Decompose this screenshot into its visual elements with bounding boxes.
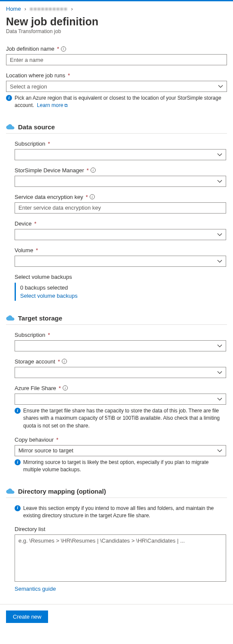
directory-list-textarea[interactable] (15, 534, 226, 582)
page-subtitle: Data Transformation job (6, 28, 227, 34)
info-icon: i (15, 505, 21, 511)
label-location: Location where job runs* (6, 72, 227, 79)
job-name-input[interactable] (6, 54, 227, 65)
learn-more-link[interactable]: Learn more⧉ (37, 102, 68, 108)
location-help-text: Pick an Azure region that is equivalent … (15, 95, 227, 110)
chevron-right-icon: › (24, 6, 26, 12)
chevron-down-icon (217, 397, 222, 402)
breadcrumb-resource[interactable]: ■■■■■■■■■■ (30, 6, 68, 12)
file-share-help: Ensure the target file share has the cap… (23, 407, 226, 430)
chevron-down-icon (218, 84, 223, 89)
ts-subscription-select[interactable] (15, 340, 226, 351)
chevron-down-icon (217, 152, 222, 157)
storage-account-select[interactable] (15, 367, 226, 378)
backups-status: 0 backups selected (20, 284, 226, 291)
copy-behaviour-help: Mirroring source to target is likely the… (23, 459, 226, 474)
info-icon[interactable]: i (61, 46, 66, 52)
label-volume: Volume* (15, 247, 226, 253)
semantics-guide-link[interactable]: Semantics guide (15, 586, 56, 592)
cloud-icon (6, 315, 15, 321)
location-placeholder: Select a region (10, 83, 47, 90)
info-icon[interactable]: i (90, 194, 95, 199)
device-select[interactable] (15, 229, 226, 240)
external-link-icon: ⧉ (64, 103, 68, 108)
label-encryption-key: Service data encryption key* i (15, 194, 226, 200)
encryption-key-input[interactable] (15, 202, 226, 214)
label-directory-list: Directory list (15, 526, 226, 532)
directory-mapping-help: Leave this section empty if you intend t… (23, 505, 226, 520)
ds-subscription-select[interactable] (15, 149, 226, 160)
chevron-down-icon (217, 343, 222, 348)
location-select[interactable]: Select a region (6, 81, 227, 92)
chevron-down-icon (217, 448, 222, 453)
section-header-data-source: Data source (6, 123, 227, 134)
chevron-down-icon (217, 259, 222, 264)
info-icon: i (15, 459, 21, 465)
chevron-down-icon (217, 232, 222, 237)
breadcrumb-home[interactable]: Home (6, 6, 21, 12)
file-share-select[interactable] (15, 394, 226, 405)
backup-block: 0 backups selected Select volume backups (15, 283, 226, 301)
copy-behaviour-select[interactable]: Mirror source to target (15, 445, 226, 456)
label-volume-backups: Select volume backups (15, 274, 226, 280)
breadcrumb: Home › ■■■■■■■■■■ › (6, 6, 227, 12)
label-ts-subscription: Subscription* (15, 332, 226, 338)
label-copy-behaviour: Copy behaviour* (15, 436, 226, 443)
select-backups-link[interactable]: Select volume backups (20, 293, 78, 299)
section-header-target-storage: Target storage (6, 314, 227, 325)
copy-behaviour-value: Mirror source to target (18, 447, 73, 454)
label-file-share: Azure File Share* i (15, 385, 226, 391)
label-ds-subscription: Subscription* (15, 140, 226, 147)
create-new-button[interactable]: Create new (6, 610, 48, 623)
info-icon: i (15, 408, 21, 414)
volume-select[interactable] (15, 256, 226, 267)
label-storage-account: Storage account* i (15, 358, 226, 365)
info-icon: i (6, 95, 12, 101)
info-icon[interactable]: i (62, 359, 67, 364)
section-header-directory-mapping: Directory mapping (optional) (6, 488, 227, 498)
device-manager-select[interactable] (15, 176, 226, 187)
cloud-icon (6, 488, 15, 494)
info-icon[interactable]: i (63, 385, 68, 391)
info-icon[interactable]: i (91, 168, 96, 173)
chevron-down-icon (217, 179, 222, 184)
chevron-right-icon: › (71, 6, 73, 12)
label-device: Device* (15, 220, 226, 227)
page-title: New job definition (6, 15, 227, 28)
label-device-manager: StorSimple Device Manager* i (15, 167, 226, 174)
cloud-icon (6, 124, 15, 130)
label-job-name: Job definition name* i (6, 46, 227, 52)
chevron-down-icon (217, 370, 222, 375)
